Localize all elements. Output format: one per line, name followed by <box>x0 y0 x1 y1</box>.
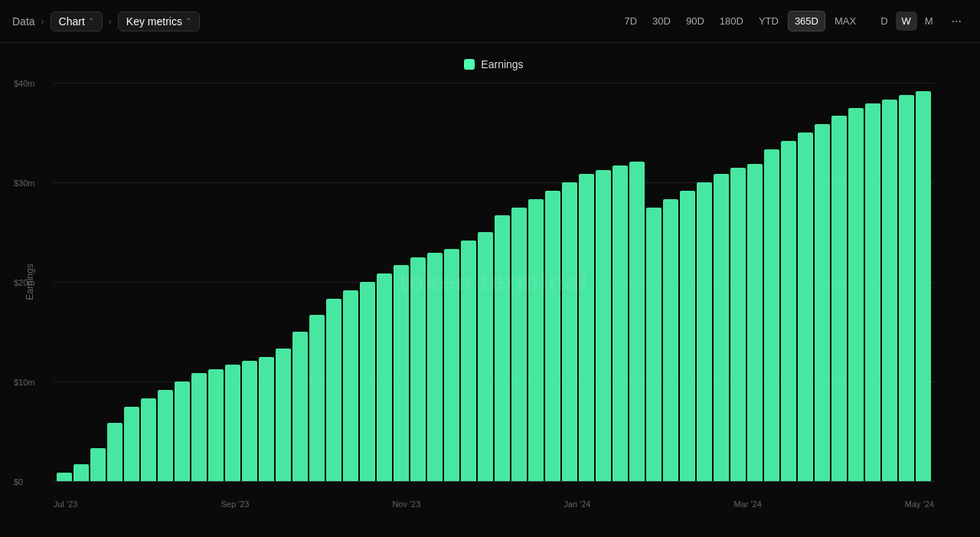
x-label-mar24: Mar '24 <box>733 499 761 509</box>
bar-item <box>343 290 358 481</box>
bar-item <box>124 407 139 482</box>
bar-item <box>57 473 72 481</box>
bar-item <box>798 133 813 481</box>
chart-chevron-icon: ⌃ <box>88 17 94 25</box>
bar-item <box>916 91 931 481</box>
bar-item <box>326 299 341 481</box>
bar-item <box>646 208 662 482</box>
bar-item <box>815 124 830 481</box>
breadcrumb-root-label: Data <box>12 15 35 28</box>
bar-item <box>74 464 89 481</box>
bar-item <box>899 95 914 481</box>
time-filter-30d[interactable]: 30D <box>646 11 677 31</box>
more-options-button[interactable]: ··· <box>946 11 968 32</box>
breadcrumb-arrow-1: › <box>41 16 44 27</box>
period-filter-m[interactable]: M <box>919 11 939 31</box>
bar-item <box>562 182 577 481</box>
bar-item <box>410 257 426 482</box>
y-label-20m: $20m <box>14 278 35 287</box>
bar-item <box>107 423 122 481</box>
time-filter-max[interactable]: MAX <box>828 11 862 31</box>
bar-item <box>292 332 308 481</box>
x-label-nov23: Nov '23 <box>392 499 420 509</box>
chart-inner: Earnings $40m $30m $20m $10m $0 token te… <box>54 83 934 481</box>
breadcrumb-root: Data <box>12 15 35 28</box>
bar-item <box>394 265 409 481</box>
y-label-30m: $30m <box>14 178 35 188</box>
bars-area <box>54 83 934 481</box>
bar-item <box>208 369 224 481</box>
period-filter-group: DWM <box>874 11 939 31</box>
bar-item <box>141 398 156 481</box>
grid-line-0: $0 <box>54 481 934 482</box>
bar-item <box>191 373 207 481</box>
bar-item <box>175 381 190 481</box>
bar-item <box>781 141 796 481</box>
bar-item <box>714 174 729 481</box>
bar-item <box>427 253 443 481</box>
metrics-selector[interactable]: Key metrics ⌃ <box>118 11 200 31</box>
time-filter-90d[interactable]: 90D <box>680 11 710 31</box>
bar-item <box>865 103 880 481</box>
bar-item <box>478 232 493 481</box>
bar-item <box>225 365 240 481</box>
x-label-jan24: Jan '24 <box>564 499 590 509</box>
time-filter-7d[interactable]: 7D <box>618 11 643 31</box>
bar-item <box>730 168 746 482</box>
bar-item <box>697 182 712 481</box>
chart-container: Earnings Earnings $40m $30m $20m $10m $0… <box>0 43 980 537</box>
x-label-jul23: Jul '23 <box>54 499 77 509</box>
bar-item <box>259 357 274 482</box>
toolbar: Data › Chart ⌃ › Key metrics ⌃ 7D30D90D1… <box>0 0 980 43</box>
chart-legend: Earnings <box>54 58 934 70</box>
bar-item <box>596 170 611 481</box>
breadcrumb-arrow-2: › <box>109 16 112 27</box>
bar-item <box>579 174 594 481</box>
bar-item <box>158 390 173 481</box>
bar-item <box>511 208 527 482</box>
y-label-0: $0 <box>14 477 23 486</box>
bar-item <box>764 149 779 481</box>
bar-item <box>528 199 544 481</box>
bar-item <box>848 108 864 482</box>
bar-item <box>377 273 392 481</box>
bar-item <box>663 199 678 481</box>
bar-item <box>90 448 106 481</box>
bar-item <box>276 349 291 481</box>
period-filter-d[interactable]: D <box>874 11 893 31</box>
bar-item <box>545 191 560 481</box>
bar-item <box>495 215 510 481</box>
earnings-legend-label: Earnings <box>481 58 523 70</box>
chart-selector[interactable]: Chart ⌃ <box>51 11 103 31</box>
bar-item <box>629 162 645 481</box>
period-filter-w[interactable]: W <box>896 11 917 31</box>
x-label-sep23: Sep '23 <box>220 499 249 509</box>
bar-item <box>612 165 628 481</box>
metrics-label: Key metrics <box>126 15 182 28</box>
earnings-legend-dot <box>464 59 475 70</box>
time-filter-ytd[interactable]: YTD <box>753 11 785 31</box>
x-label-may24: May '24 <box>905 499 934 509</box>
time-filter-group: 7D30D90D180DYTD365DMAX <box>618 11 862 31</box>
bar-item <box>747 164 763 481</box>
bar-item <box>360 282 375 481</box>
y-label-10m: $10m <box>14 378 35 387</box>
bar-item <box>309 315 325 481</box>
bar-item <box>242 361 257 481</box>
bar-item <box>461 241 476 481</box>
time-filter-365d[interactable]: 365D <box>788 11 825 31</box>
bar-item <box>882 100 897 481</box>
time-filter-180d[interactable]: 180D <box>714 11 750 31</box>
chart-label: Chart <box>59 15 85 28</box>
x-axis: Jul '23 Sep '23 Nov '23 Jan '24 Mar '24 … <box>54 499 934 509</box>
bar-item <box>680 191 695 481</box>
y-label-40m: $40m <box>14 79 35 88</box>
metrics-chevron-icon: ⌃ <box>185 17 191 25</box>
bar-item <box>444 249 459 481</box>
bar-item <box>831 116 847 481</box>
